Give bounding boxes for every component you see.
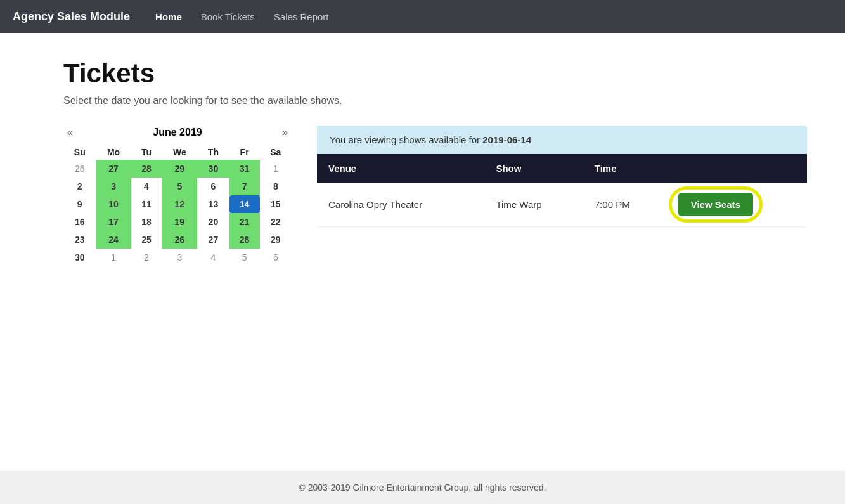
- calendar-day[interactable]: 9: [63, 195, 96, 213]
- calendar-week-row: 9101112131415: [63, 195, 292, 213]
- next-month-button[interactable]: »: [278, 126, 292, 139]
- viewing-date: 2019-06-14: [482, 134, 531, 145]
- calendar-day[interactable]: 8: [260, 178, 292, 195]
- calendar-day[interactable]: 22: [260, 213, 292, 231]
- calendar-day[interactable]: 4: [131, 178, 162, 195]
- calendar-day-header: Tu: [131, 145, 162, 160]
- calendar-day[interactable]: 26: [63, 160, 96, 178]
- calendar-day[interactable]: 4: [197, 249, 229, 266]
- calendar-day[interactable]: 21: [229, 213, 260, 231]
- page-subtitle: Select the date you are looking for to s…: [63, 95, 807, 107]
- calendar-day[interactable]: 12: [162, 195, 197, 213]
- shows-table-header-row: VenueShowTime: [317, 154, 807, 183]
- calendar-day[interactable]: 10: [96, 195, 131, 213]
- calendar-day[interactable]: 2: [131, 249, 162, 266]
- calendar-day[interactable]: 30: [197, 160, 229, 178]
- calendar-day-header: Fr: [229, 145, 260, 160]
- calendar-day[interactable]: 30: [63, 249, 96, 266]
- view-seats-highlight: View Seats: [678, 193, 753, 216]
- calendar-day[interactable]: 29: [260, 231, 292, 249]
- calendar-day-header: Th: [197, 145, 229, 160]
- calendar-day-header: We: [162, 145, 197, 160]
- page-title: Tickets: [63, 58, 807, 89]
- shows-table: VenueShowTime Carolina Opry TheaterTime …: [317, 154, 807, 227]
- calendar-day[interactable]: 7: [229, 178, 260, 195]
- footer-text: © 2003-2019 Gilmore Entertainment Group,…: [299, 482, 546, 493]
- calendar-day[interactable]: 5: [162, 178, 197, 195]
- calendar-day-header: Sa: [260, 145, 292, 160]
- calendar-week-row: 23242526272829: [63, 231, 292, 249]
- nav-home[interactable]: Home: [155, 11, 182, 22]
- calendar-day[interactable]: 2: [63, 178, 96, 195]
- app-title: Agency Sales Module: [13, 10, 130, 23]
- calendar-day[interactable]: 3: [96, 178, 131, 195]
- nav-sales-report[interactable]: Sales Report: [274, 11, 329, 22]
- calendar-day[interactable]: 19: [162, 213, 197, 231]
- calendar: « June 2019 » SuMoTuWeThFrSa 26272829303…: [63, 126, 292, 266]
- calendar-day[interactable]: 15: [260, 195, 292, 213]
- calendar-day-header: Mo: [96, 145, 131, 160]
- calendar-day[interactable]: 11: [131, 195, 162, 213]
- calendar-day[interactable]: 29: [162, 160, 197, 178]
- calendar-day[interactable]: 27: [197, 231, 229, 249]
- shows-col-header: Venue: [317, 154, 484, 183]
- shows-table-row: Carolina Opry TheaterTime Warp7:00 PMVie…: [317, 183, 807, 227]
- shows-table-body: Carolina Opry TheaterTime Warp7:00 PMVie…: [317, 183, 807, 227]
- calendar-grid: SuMoTuWeThFrSa 2627282930311234567891011…: [63, 145, 292, 266]
- calendar-day[interactable]: 23: [63, 231, 96, 249]
- calendar-day[interactable]: 14: [229, 195, 260, 213]
- calendar-day[interactable]: 28: [229, 231, 260, 249]
- calendar-day[interactable]: 1: [96, 249, 131, 266]
- calendar-day[interactable]: 18: [131, 213, 162, 231]
- nav-book-tickets[interactable]: Book Tickets: [201, 11, 255, 22]
- navbar: Agency Sales Module Home Book Tickets Sa…: [0, 0, 845, 33]
- calendar-day[interactable]: 25: [131, 231, 162, 249]
- shows-venue: Carolina Opry Theater: [317, 183, 484, 227]
- calendar-week-row: 2345678: [63, 178, 292, 195]
- calendar-day[interactable]: 24: [96, 231, 131, 249]
- calendar-day[interactable]: 1: [260, 160, 292, 178]
- shows-col-header: Show: [484, 154, 583, 183]
- calendar-day[interactable]: 3: [162, 249, 197, 266]
- calendar-day[interactable]: 27: [96, 160, 131, 178]
- calendar-day[interactable]: 6: [260, 249, 292, 266]
- shows-show: Time Warp: [484, 183, 583, 227]
- calendar-day[interactable]: 6: [197, 178, 229, 195]
- calendar-week-row: 30123456: [63, 249, 292, 266]
- calendar-week-row: 2627282930311: [63, 160, 292, 178]
- calendar-day[interactable]: 31: [229, 160, 260, 178]
- shows-panel: You are viewing shows available for 2019…: [317, 126, 807, 227]
- shows-time: 7:00 PM: [583, 183, 667, 227]
- calendar-week-row: 16171819202122: [63, 213, 292, 231]
- calendar-month-label: June 2019: [153, 127, 202, 138]
- calendar-day-header: Su: [63, 145, 96, 160]
- calendar-day[interactable]: 28: [131, 160, 162, 178]
- footer: © 2003-2019 Gilmore Entertainment Group,…: [0, 471, 845, 504]
- view-seats-button[interactable]: View Seats: [678, 193, 753, 216]
- shows-action: View Seats: [667, 183, 807, 227]
- shows-col-header: [667, 154, 807, 183]
- viewing-prefix: You are viewing shows available for: [330, 134, 482, 145]
- calendar-day[interactable]: 5: [229, 249, 260, 266]
- calendar-day[interactable]: 20: [197, 213, 229, 231]
- calendar-day[interactable]: 13: [197, 195, 229, 213]
- calendar-day[interactable]: 26: [162, 231, 197, 249]
- prev-month-button[interactable]: «: [63, 126, 77, 139]
- calendar-day-headers: SuMoTuWeThFrSa: [63, 145, 292, 160]
- calendar-day[interactable]: 17: [96, 213, 131, 231]
- calendar-day[interactable]: 16: [63, 213, 96, 231]
- calendar-body: 2627282930311234567891011121314151617181…: [63, 160, 292, 266]
- main-content: Tickets Select the date you are looking …: [0, 33, 845, 471]
- shows-col-header: Time: [583, 154, 667, 183]
- viewing-banner: You are viewing shows available for 2019…: [317, 126, 807, 154]
- content-area: « June 2019 » SuMoTuWeThFrSa 26272829303…: [63, 126, 807, 266]
- calendar-header: « June 2019 »: [63, 126, 292, 139]
